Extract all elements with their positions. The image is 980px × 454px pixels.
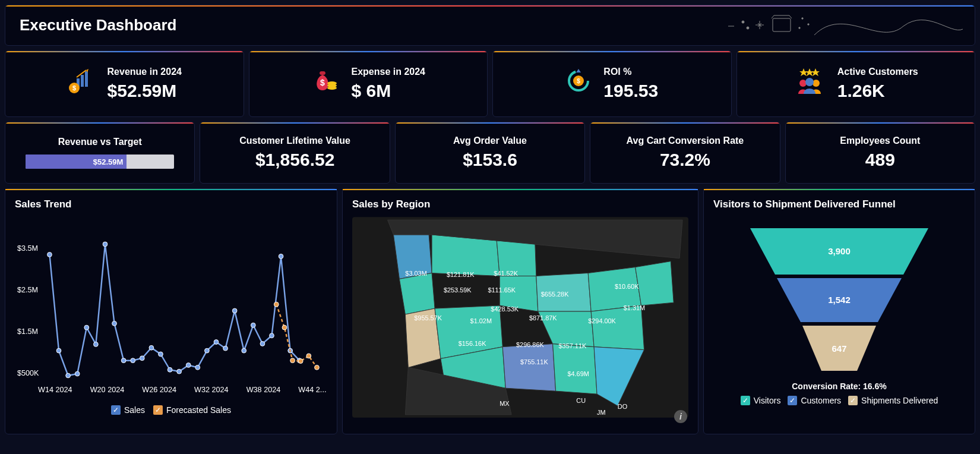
svg-point-24 bbox=[813, 80, 820, 87]
map-value: $294.00K bbox=[588, 317, 616, 324]
map-value: $655.28K bbox=[541, 291, 569, 298]
kpi-clv-value: $1,856.52 bbox=[255, 150, 334, 170]
forecast-points bbox=[274, 302, 319, 370]
svg-point-36 bbox=[140, 356, 144, 361]
legend-visitors[interactable]: ✓ Visitors bbox=[741, 396, 781, 405]
svg-point-34 bbox=[121, 358, 126, 363]
svg-point-58 bbox=[306, 354, 311, 358]
svg-text:$: $ bbox=[72, 84, 75, 92]
svg-point-37 bbox=[149, 345, 154, 350]
svg-point-33 bbox=[112, 321, 117, 326]
svg-point-55 bbox=[282, 325, 287, 330]
svg-point-48 bbox=[251, 323, 255, 327]
svg-point-30 bbox=[84, 325, 89, 330]
legend-label: Visitors bbox=[754, 396, 781, 405]
svg-point-41 bbox=[186, 363, 191, 368]
funnel-card: Visitors to Shipment Delivered Funnel 3,… bbox=[703, 188, 975, 434]
kpi-expense: $ Expense in 2024 $ 6M bbox=[249, 51, 488, 117]
kpi-expense-value: $ 6M bbox=[351, 81, 425, 101]
country-label: CU bbox=[576, 397, 586, 404]
sales-line bbox=[49, 244, 299, 376]
svg-point-43 bbox=[204, 348, 209, 353]
kpi-cart: Avg Cart Conversion Rate 73.2% bbox=[590, 122, 780, 184]
y-tick: $3.5M bbox=[17, 244, 38, 253]
kpi-customers: Active Customers 1.26K bbox=[736, 51, 976, 117]
svg-point-35 bbox=[131, 358, 135, 363]
sales-trend-title: Sales Trend bbox=[15, 198, 327, 210]
svg-marker-22 bbox=[811, 68, 820, 76]
customers-icon bbox=[794, 67, 826, 101]
funnel-value-2: 1,542 bbox=[828, 295, 851, 305]
kpi-roi-label: ROI % bbox=[603, 67, 658, 77]
svg-point-3 bbox=[802, 18, 803, 19]
svg-point-25 bbox=[805, 78, 814, 86]
svg-point-28 bbox=[66, 373, 71, 378]
map-value: $3.03M bbox=[405, 270, 426, 277]
roi-icon: $ bbox=[565, 68, 592, 100]
y-tick: $2.5M bbox=[17, 286, 38, 294]
y-tick: $1.5M bbox=[17, 327, 38, 336]
map-value: $955.57K bbox=[414, 314, 442, 321]
map-value: $755.11K bbox=[520, 358, 548, 365]
kpi-clv-label: Customer Lifetime Value bbox=[239, 135, 350, 146]
funnel-chart: 3,900 1,542 647 bbox=[713, 216, 965, 377]
map-value: $871.87K bbox=[529, 314, 557, 321]
sales-map[interactable]: $3.03M $121.81K $41.52K $253.59K $111.65… bbox=[352, 216, 688, 418]
info-icon[interactable]: i bbox=[674, 410, 687, 423]
svg-point-1 bbox=[747, 27, 749, 29]
page-title: Executive Dashboard bbox=[20, 16, 176, 34]
svg-point-5 bbox=[799, 27, 800, 29]
legend-sales-label: Sales bbox=[124, 405, 145, 415]
map-value: $1.02M bbox=[470, 317, 492, 324]
map-value: $41.52K bbox=[494, 270, 518, 277]
svg-point-57 bbox=[298, 359, 303, 364]
x-tick: W44 2... bbox=[298, 386, 326, 394]
svg-point-26 bbox=[48, 253, 52, 257]
svg-point-59 bbox=[315, 365, 320, 370]
svg-point-45 bbox=[223, 346, 228, 351]
expense-icon: $ bbox=[311, 67, 339, 101]
x-tick: W20 2024 bbox=[90, 386, 125, 394]
svg-text:$: $ bbox=[321, 78, 325, 87]
legend-customers[interactable]: ✓ Customers bbox=[788, 396, 841, 405]
kpi-roi-value: 195.53 bbox=[603, 81, 658, 101]
svg-point-46 bbox=[232, 308, 237, 313]
check-icon: ✓ bbox=[848, 396, 858, 405]
legend-shipments[interactable]: ✓ Shipments Delivered bbox=[848, 396, 938, 405]
kpi-clv: Customer Lifetime Value $1,856.52 bbox=[200, 122, 390, 184]
svg-marker-21 bbox=[805, 68, 814, 76]
svg-point-38 bbox=[159, 352, 163, 357]
x-tick: W38 2024 bbox=[246, 386, 281, 394]
sales-region-title: Sales by Region bbox=[352, 198, 688, 210]
legend-label: Customers bbox=[801, 396, 841, 405]
y-tick: $500K bbox=[17, 369, 39, 377]
map-value: $428.53K bbox=[491, 305, 519, 313]
legend-sales[interactable]: ✓ Sales bbox=[111, 405, 145, 415]
kpi-revenue-value: $52.59M bbox=[108, 81, 182, 101]
kpi-expense-label: Expense in 2024 bbox=[351, 67, 425, 77]
svg-point-54 bbox=[274, 302, 279, 307]
svg-point-50 bbox=[270, 333, 274, 338]
svg-point-15 bbox=[327, 81, 337, 85]
kpi-rev-target-label: Revenue vs Target bbox=[58, 137, 142, 147]
kpi-emp-value: 489 bbox=[865, 150, 895, 170]
kpi-revenue-label: Revenue in 2024 bbox=[108, 67, 182, 77]
svg-point-39 bbox=[167, 367, 172, 372]
kpi-emp-label: Employees Count bbox=[840, 135, 920, 146]
kpi-emp: Employees Count 489 bbox=[785, 122, 975, 184]
svg-point-40 bbox=[177, 369, 182, 374]
kpi-cart-label: Avg Cart Conversion Rate bbox=[627, 135, 744, 146]
sales-trend-legend: ✓ Sales ✓ Forecasted Sales bbox=[15, 405, 327, 415]
map-value: $111.65K bbox=[488, 286, 516, 294]
svg-rect-7 bbox=[81, 75, 84, 87]
x-tick: W26 2024 bbox=[142, 386, 176, 394]
funnel-title: Visitors to Shipment Delivered Funnel bbox=[713, 198, 965, 210]
legend-forecast[interactable]: ✓ Forecasted Sales bbox=[153, 405, 231, 415]
kpi-customers-label: Active Customers bbox=[837, 67, 918, 77]
map-value: $10.60K bbox=[615, 283, 639, 290]
country-label: MX bbox=[500, 400, 510, 407]
kpi-aov: Avg Order Value $153.6 bbox=[395, 122, 585, 184]
kpi-roi: $ ROI % 195.53 bbox=[492, 51, 732, 117]
sales-trend-chart: $3.5M $2.5M $1.5M $500K W14 2024 W20 202… bbox=[15, 216, 327, 401]
funnel-value-1: 3,900 bbox=[828, 246, 851, 256]
